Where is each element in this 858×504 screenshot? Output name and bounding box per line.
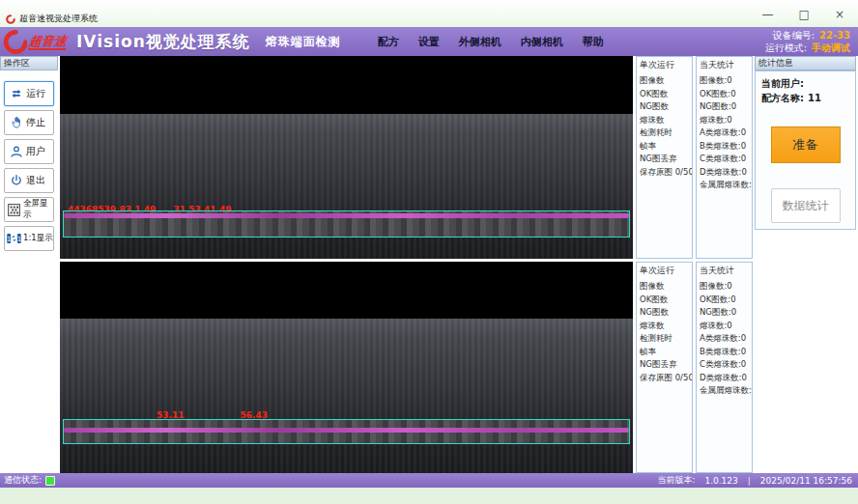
- stat-row: OK图数:0: [700, 88, 749, 101]
- datetime-value: 2025/02/11 16:57:56: [760, 476, 852, 486]
- app-logo-icon: [3, 30, 27, 54]
- stat-group-today: 当天统计图像数:0OK图数:0NG图数:0熔珠数:0A类熔珠数:0B类熔珠数:0…: [696, 262, 753, 473]
- stat-row: 金属屑熔珠数:0: [700, 384, 749, 398]
- menu-item-5[interactable]: 帮助: [583, 35, 604, 49]
- sidebar-button-label: 停止: [26, 116, 45, 129]
- sidebar-button-label: 退出: [26, 174, 45, 187]
- bead-edge-line: [64, 213, 629, 218]
- stat-row: OK图数:0: [700, 294, 749, 307]
- stat-row: 保存原图 0/500: [640, 372, 689, 385]
- menu-item-2[interactable]: 设置: [418, 35, 440, 49]
- page-subtitle: 熔珠端面检测: [266, 34, 341, 50]
- sidebar-button-label: 用户: [26, 145, 45, 158]
- stat-group-title: 当天统计: [700, 59, 749, 71]
- version-value: 1.0.123: [704, 476, 737, 486]
- recipe-name-value: 11: [808, 91, 821, 105]
- stat-row: 图像数: [640, 280, 689, 294]
- separator: |: [748, 476, 751, 486]
- window-title-area: 超音速视觉处理系统: [6, 13, 98, 25]
- stat-row: NG图数: [640, 100, 689, 114]
- one-to-one-icon: 11: [7, 232, 21, 246]
- stop-hand-icon: [9, 116, 23, 130]
- sidebar-button-label: 运行: [26, 87, 45, 100]
- camera-view-inner[interactable]: 53.11 56.43: [60, 262, 633, 473]
- close-button[interactable]: ×: [835, 8, 844, 21]
- stat-row: 图像数: [640, 74, 689, 88]
- device-number-label: 设备编号:: [773, 29, 815, 42]
- run-mode-value: 手动调试: [812, 42, 850, 54]
- camera-image-outer: 44368539.83 1.49 31.53 41.49: [60, 114, 633, 259]
- stat-row: 帧率: [640, 346, 689, 359]
- status-bar: 通信状态: 当前版本: 1.0.123 | 2025/02/11 16:57:5…: [0, 473, 858, 488]
- fullscreen-icon: [7, 203, 21, 217]
- stat-row: 熔珠数: [640, 320, 689, 333]
- svg-text:1: 1: [17, 236, 21, 243]
- sidebar-button-exit[interactable]: 退出: [4, 168, 54, 193]
- app-window: 超音速视觉处理系统 — □ × 超音速 IVision视觉处理系统 熔珠端面检测…: [0, 0, 858, 488]
- info-panel: 统计信息 当前用户: 配方名称: 11 准备 数据统计: [755, 56, 856, 473]
- comm-status-label: 通信状态:: [4, 474, 42, 487]
- device-number-value: 22-33: [819, 29, 850, 42]
- stat-group-today: 当天统计图像数:0OK图数:0NG图数:0熔珠数:0A类熔珠数:0B类熔珠数:0…: [696, 56, 753, 259]
- prepare-button[interactable]: 准备: [771, 126, 841, 163]
- sidebar-button-run[interactable]: 运行: [4, 81, 54, 106]
- bead-edge-line: [64, 428, 629, 433]
- maximize-button[interactable]: □: [799, 8, 810, 21]
- stat-row: B类熔珠数:0: [700, 346, 749, 359]
- sidebar-button-one-to-one[interactable]: 111:1显示: [4, 226, 54, 251]
- bead-detection-box: [63, 210, 630, 238]
- stat-row: NG图丢弃: [640, 153, 689, 166]
- camera-image-inner: 53.11 56.43: [60, 319, 633, 473]
- menu-item-4[interactable]: 内侧相机: [521, 35, 563, 49]
- stat-row: D类熔珠数:0: [700, 372, 749, 385]
- stat-row: 金属屑熔珠数:0: [700, 179, 749, 192]
- window-titlebar: 超音速视觉处理系统 — □ ×: [0, 0, 858, 27]
- stat-row: NG图数:0: [700, 100, 749, 114]
- user-icon: [9, 145, 23, 159]
- stat-row: NG图数:0: [700, 306, 749, 320]
- stat-row: NG图数: [640, 306, 689, 320]
- stat-row: NG图丢弃: [640, 358, 689, 372]
- stats-panel-2: 单次运行图像数OK图数NG图数熔珠数检测耗时帧率NG图丢弃保存原图 0/500当…: [636, 262, 753, 473]
- stat-group-title: 单次运行: [640, 59, 689, 71]
- stat-row: A类熔珠数:0: [700, 332, 749, 346]
- power-icon: [9, 174, 23, 188]
- sidebar-button-label: 1:1显示: [23, 233, 53, 244]
- sidebar-button-user[interactable]: 用户: [4, 139, 54, 164]
- info-panel-title: 统计信息: [755, 56, 856, 70]
- stat-row: A类熔珠数:0: [700, 126, 749, 140]
- stat-row: 图像数:0: [700, 280, 749, 294]
- run-loop-icon: [9, 87, 23, 101]
- app-logo-mini-icon: [6, 14, 15, 24]
- svg-text:1: 1: [7, 236, 11, 243]
- stat-row: B类熔珠数:0: [700, 140, 749, 154]
- stat-group-title: 单次运行: [640, 265, 689, 277]
- sidebar-button-label: 全屏显示: [23, 198, 53, 221]
- sidebar-button-fullscreen[interactable]: 全屏显示: [4, 197, 54, 222]
- stat-group-single-run: 单次运行图像数OK图数NG图数熔珠数检测耗时帧率NG图丢弃保存原图 0/500: [636, 56, 693, 259]
- sidebar-button-stop[interactable]: 停止: [4, 110, 54, 135]
- app-header: 超音速 IVision视觉处理系统 熔珠端面检测 配方设置外侧相机内侧相机帮助 …: [0, 27, 858, 56]
- stat-row: 熔珠数:0: [700, 114, 749, 127]
- run-mode-label: 运行模式:: [765, 42, 807, 54]
- minimize-button[interactable]: —: [762, 8, 774, 21]
- stat-row: 图像数:0: [700, 74, 749, 88]
- operation-sidebar: 操作区 运行停止用户退出全屏显示111:1显示: [0, 56, 58, 473]
- stat-row: D类熔珠数:0: [700, 166, 749, 180]
- stat-row: OK图数: [640, 294, 689, 307]
- stats-panel-1: 单次运行图像数OK图数NG图数熔珠数检测耗时帧率NG图丢弃保存原图 0/500当…: [636, 56, 753, 259]
- version-label: 当前版本:: [657, 474, 695, 487]
- data-statistics-button[interactable]: 数据统计: [771, 188, 841, 223]
- sidebar-buttons: 运行停止用户退出全屏显示111:1显示: [0, 70, 58, 251]
- stat-row: C类熔珠数:0: [700, 153, 749, 166]
- stat-row: 检测耗时: [640, 126, 689, 140]
- menu-item-3[interactable]: 外侧相机: [459, 35, 501, 49]
- brand-logo-text: 超音速: [28, 34, 68, 50]
- bead-detection-box: [63, 419, 630, 444]
- menu-item-1[interactable]: 配方: [378, 35, 399, 49]
- stat-row: 帧率: [640, 140, 689, 154]
- camera-view-outer[interactable]: 44368539.83 1.49 31.53 41.49: [60, 56, 633, 259]
- stat-row: OK图数: [640, 88, 689, 101]
- stat-group-title: 当天统计: [700, 265, 749, 277]
- stat-row: 熔珠数:0: [700, 320, 749, 333]
